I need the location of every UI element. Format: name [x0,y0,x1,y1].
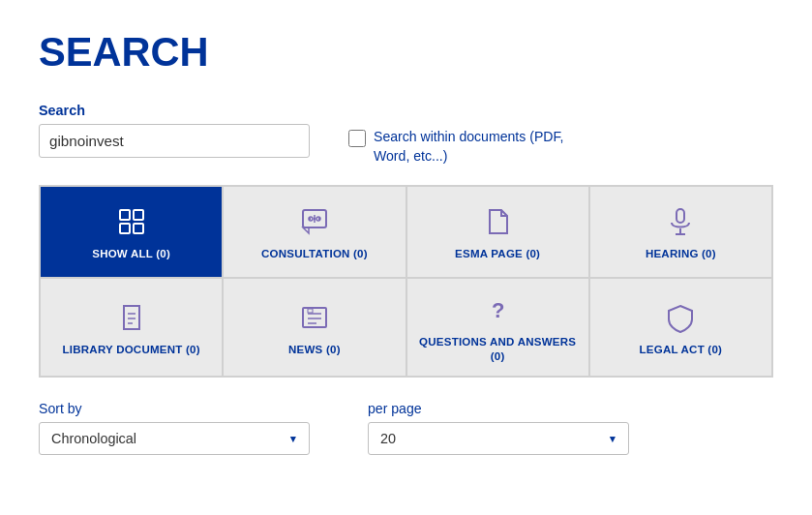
page-icon [482,206,513,241]
per-page-label: per page [368,401,629,416]
category-esma-page-label: ESMA PAGE (0) [455,247,540,261]
search-section: Search gibnoinvest Search within documen… [39,103,773,166]
svg-rect-1 [134,210,143,220]
category-consultation[interactable]: CONSULTATION (0) [223,186,406,278]
per-page-group: per page 10 20 50 100 [368,401,629,455]
svg-rect-17 [303,308,326,327]
filter-row: Sort by Chronological Relevance Title A-… [39,401,773,455]
news-icon [299,302,330,337]
category-legal-act-label: LEGAL ACT (0) [640,343,723,357]
consultation-icon [299,206,330,241]
svg-rect-2 [120,224,130,233]
search-input-wrapper: gibnoinvest [39,124,310,158]
sort-label: Sort by [39,401,310,416]
svg-point-9 [314,218,316,220]
category-news[interactable]: NEWS (0) [223,278,406,377]
svg-rect-21 [308,309,313,313]
category-grid: SHOW ALL (0) CONSULTATION (0) [39,185,773,378]
svg-point-8 [309,218,311,220]
search-label: Search [39,103,773,118]
sort-select[interactable]: Chronological Relevance Title A-Z Title … [39,422,310,455]
checkbox-row: Search within documents (PDF, Word, etc.… [348,124,567,166]
category-library-document-label: LIBRARY DOCUMENT (0) [63,343,200,357]
svg-rect-0 [120,210,130,220]
grid-icon [116,206,147,241]
checkbox-label: Search within documents (PDF, Word, etc.… [374,128,567,166]
svg-rect-11 [677,209,684,223]
question-icon: ? [482,294,513,329]
category-questions-answers[interactable]: ? QUESTIONS AND ANSWERS (0) [406,278,589,377]
microphone-icon [665,206,696,241]
category-questions-answers-label: QUESTIONS AND ANSWERS (0) [417,335,579,364]
per-page-select[interactable]: 10 20 50 100 [368,422,629,455]
category-hearing[interactable]: HEARING (0) [589,186,772,278]
category-library-document[interactable]: LIBRARY DOCUMENT (0) [40,278,223,377]
sort-group: Sort by Chronological Relevance Title A-… [39,401,310,455]
search-row: gibnoinvest Search within documents (PDF… [39,124,773,166]
category-esma-page[interactable]: ESMA PAGE (0) [406,186,589,278]
svg-text:?: ? [492,298,504,322]
category-show-all-label: SHOW ALL (0) [92,247,170,261]
page-title: SEARCH [39,29,773,76]
search-input[interactable]: gibnoinvest [39,124,310,158]
document-icon [116,302,147,337]
category-consultation-label: CONSULTATION (0) [261,247,368,261]
category-legal-act[interactable]: LEGAL ACT (0) [589,278,772,377]
document-search-checkbox[interactable] [348,130,366,147]
sort-select-wrapper: Chronological Relevance Title A-Z Title … [39,422,310,455]
category-show-all[interactable]: SHOW ALL (0) [40,186,223,278]
category-news-label: NEWS (0) [288,343,341,357]
category-hearing-label: HEARING (0) [646,247,716,261]
svg-point-10 [318,218,320,220]
per-page-select-wrapper: 10 20 50 100 [368,422,629,455]
shield-icon [665,302,696,337]
svg-rect-3 [134,224,143,233]
